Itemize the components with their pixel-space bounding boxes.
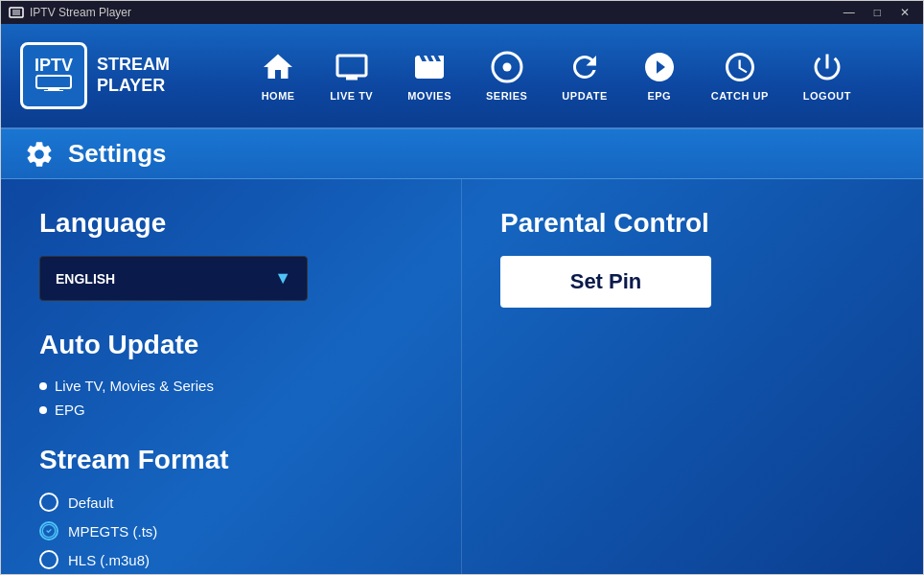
right-panel: Parental Control Set Pin	[462, 179, 923, 575]
svg-rect-2	[36, 76, 71, 88]
titlebar-controls: — □ ✕	[838, 4, 915, 21]
header: IPTV STREAM PLAYER HOME L	[1, 24, 923, 129]
main-content: Language ENGLISH ▼ Auto Update Live TV, …	[1, 179, 923, 575]
logo-text: STREAM PLAYER	[97, 55, 170, 96]
nav-item-epg[interactable]: EPG	[625, 42, 694, 109]
svg-rect-3	[48, 88, 59, 90]
film-icon	[412, 50, 447, 84]
stream-format-option-mpegts[interactable]: MPEGTS (.ts)	[39, 521, 423, 540]
logo-tv-icon	[35, 74, 73, 91]
set-pin-button[interactable]: Set Pin	[500, 256, 711, 308]
bullet-icon-0	[39, 382, 47, 390]
tv-icon	[335, 50, 369, 84]
grid-icon	[490, 50, 524, 84]
close-button[interactable]: ✕	[894, 4, 915, 21]
nav-label-series: SERIES	[486, 90, 527, 102]
auto-update-item-1: EPG	[39, 402, 423, 418]
nav-item-live-tv[interactable]: LIVE TV	[312, 42, 390, 109]
titlebar-title: IPTV Stream Player	[30, 6, 131, 19]
settings-bar: Settings	[1, 129, 923, 179]
minimize-button[interactable]: —	[838, 4, 861, 21]
nav: HOME LIVE TV MOVIES SERIES	[208, 42, 904, 109]
nav-item-update[interactable]: UPDATE	[544, 42, 624, 109]
dropdown-arrow-icon: ▼	[274, 268, 291, 288]
svg-rect-1	[12, 10, 20, 15]
radio-hls-icon	[39, 550, 58, 569]
language-section: Language ENGLISH ▼	[39, 208, 423, 301]
settings-gear-icon	[24, 139, 55, 170]
stream-format-option-default[interactable]: Default	[39, 493, 423, 512]
stream-format-option-hls[interactable]: HLS (.m3u8)	[39, 550, 423, 569]
language-dropdown[interactable]: ENGLISH ▼	[39, 256, 308, 301]
clock-icon	[723, 50, 757, 84]
checkmark-icon	[41, 523, 57, 539]
auto-update-label-1: EPG	[55, 402, 85, 418]
app-icon	[9, 5, 24, 20]
svg-rect-4	[44, 90, 63, 91]
auto-update-item-0: Live TV, Movies & Series	[39, 378, 423, 394]
nav-label-epg: EPG	[647, 90, 671, 102]
logo-iptv-text: IPTV	[35, 57, 73, 74]
nav-label-home: HOME	[262, 90, 295, 102]
nav-item-movies[interactable]: MOVIES	[390, 42, 469, 109]
power-icon	[810, 50, 844, 84]
nav-item-logout[interactable]: LOGOUT	[786, 42, 868, 109]
language-selected: ENGLISH	[56, 271, 115, 287]
stream-format-section: Stream Format Default MPEGTS (.ts)	[39, 445, 423, 569]
nav-label-movies: MOVIES	[407, 90, 451, 102]
nav-label-logout: LOGOUT	[803, 90, 851, 102]
language-title: Language	[39, 208, 423, 239]
titlebar-left: IPTV Stream Player	[9, 5, 131, 20]
maximize-button[interactable]: □	[868, 4, 887, 21]
svg-point-6	[502, 63, 511, 72]
home-icon	[261, 50, 295, 84]
book-icon	[642, 50, 677, 84]
titlebar: IPTV Stream Player — □ ✕	[1, 1, 923, 24]
auto-update-label-0: Live TV, Movies & Series	[55, 378, 214, 394]
auto-update-title: Auto Update	[39, 330, 423, 360]
nav-label-live-tv: LIVE TV	[330, 90, 373, 102]
auto-update-section: Auto Update Live TV, Movies & Series EPG	[39, 330, 423, 418]
radio-default-icon	[39, 493, 58, 512]
nav-label-update: UPDATE	[562, 90, 607, 102]
stream-format-label-mpegts: MPEGTS (.ts)	[68, 523, 157, 540]
nav-item-series[interactable]: SERIES	[469, 42, 544, 109]
left-panel: Language ENGLISH ▼ Auto Update Live TV, …	[1, 179, 462, 575]
stream-format-label-hls: HLS (.m3u8)	[68, 552, 150, 568]
nav-label-catch-up: CATCH UP	[711, 90, 769, 102]
logo-box: IPTV	[20, 42, 87, 109]
bullet-icon-1	[39, 406, 47, 414]
nav-item-home[interactable]: HOME	[243, 42, 312, 109]
radio-mpegts-icon	[39, 521, 58, 540]
refresh-icon	[567, 50, 602, 84]
logo: IPTV STREAM PLAYER	[20, 42, 170, 109]
stream-format-label-default: Default	[68, 494, 114, 511]
stream-format-title: Stream Format	[39, 445, 423, 475]
parental-control-title: Parental Control	[500, 208, 885, 239]
nav-item-catch-up[interactable]: CATCH UP	[694, 42, 786, 109]
settings-title: Settings	[68, 139, 167, 169]
